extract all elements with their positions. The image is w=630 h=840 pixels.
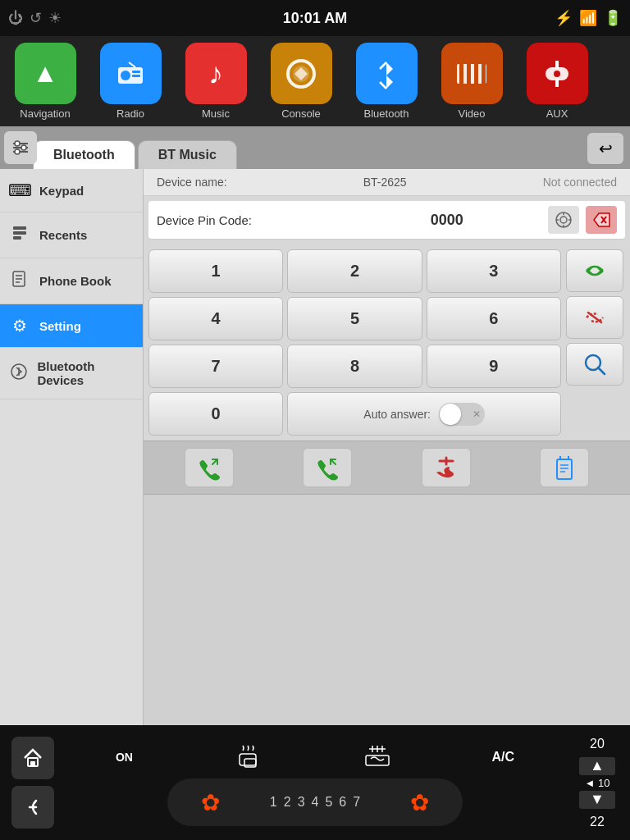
- usb-icon: ⚡: [555, 9, 573, 27]
- settings-toggle-btn[interactable]: [4, 131, 37, 164]
- pin-code-label: Device Pin Code:: [157, 213, 346, 227]
- key-4[interactable]: 4: [148, 297, 283, 340]
- tab-bluetooth[interactable]: Bluetooth: [33, 140, 135, 169]
- svg-rect-11: [474, 64, 478, 84]
- svg-point-16: [554, 71, 560, 77]
- call-action-bar: [144, 441, 630, 495]
- radio-icon: [100, 43, 162, 104]
- app-bluetooth[interactable]: Bluetooth: [345, 43, 427, 120]
- pin-backspace-btn[interactable]: [586, 206, 617, 234]
- on-icon: ON: [116, 751, 133, 764]
- volume-label: ◄ 10: [585, 777, 610, 789]
- keypad-label: Keypad: [39, 184, 84, 198]
- key-5[interactable]: 5: [287, 297, 422, 340]
- fan-speed-numbers: 1 2 3 4 5 6 7: [270, 795, 360, 810]
- device-name-value: BT-2625: [363, 176, 407, 189]
- toggle-off-icon: ✕: [472, 409, 481, 420]
- app-console[interactable]: Console: [260, 43, 342, 120]
- back-nav-button[interactable]: [11, 786, 54, 829]
- svg-point-21: [21, 145, 26, 150]
- battery-icon: 🔋: [604, 9, 622, 27]
- empty-content-area: [144, 495, 630, 725]
- app-radio[interactable]: Radio: [89, 43, 171, 120]
- sidebar-item-phonebook[interactable]: Phone Book: [0, 258, 143, 304]
- home-button[interactable]: [11, 737, 54, 779]
- key-9[interactable]: 9: [427, 345, 561, 388]
- device-info-bar: Device name: BT-2625 Not connected: [144, 169, 630, 196]
- pin-code-row: Device Pin Code: 0000: [148, 201, 625, 240]
- key-0[interactable]: 0: [148, 392, 283, 436]
- sidebar-item-setting[interactable]: ⚙ Setting: [0, 304, 143, 348]
- svg-rect-9: [459, 64, 463, 84]
- sidebar-item-recents[interactable]: Recents: [0, 212, 143, 258]
- music-label: Music: [202, 107, 230, 120]
- app-music[interactable]: ♪ Music: [175, 43, 257, 120]
- svg-point-20: [15, 141, 20, 146]
- volume-up-btn[interactable]: ▲: [579, 757, 615, 775]
- sidebar-item-keypad[interactable]: ⌨ Keypad: [0, 169, 143, 212]
- svg-point-22: [15, 149, 20, 154]
- keypad-icon: ⌨: [8, 180, 31, 200]
- key-7[interactable]: 7: [148, 345, 283, 388]
- sidebar-item-bluetooth-devices[interactable]: Bluetooth Devices: [0, 348, 143, 399]
- svg-rect-53: [30, 761, 35, 766]
- ac-button[interactable]: A/C: [492, 750, 515, 765]
- key-8[interactable]: 8: [287, 345, 422, 388]
- bottom-controls-top: ON: [66, 739, 564, 775]
- console-label: Console: [281, 107, 321, 120]
- app-aux[interactable]: AUX: [516, 43, 598, 120]
- app-video[interactable]: Video: [431, 43, 513, 120]
- refresh-icon: ↺: [30, 9, 42, 27]
- toggle-thumb: [440, 404, 461, 425]
- setting-label: Setting: [39, 319, 81, 333]
- power-icon: ⏻: [8, 10, 23, 27]
- bluetooth-label: Bluetooth: [364, 107, 409, 120]
- back-button[interactable]: ↩: [587, 133, 623, 164]
- key-3[interactable]: 3: [427, 249, 561, 293]
- svg-line-41: [598, 368, 605, 374]
- auto-answer-row: Auto answer: ✕: [287, 392, 561, 436]
- link-btn[interactable]: [566, 249, 623, 292]
- volume-down-btn[interactable]: ▼: [579, 791, 615, 809]
- radio-label: Radio: [116, 107, 144, 120]
- unlink-btn[interactable]: [566, 296, 623, 339]
- outgoing-call-btn[interactable]: [185, 448, 234, 487]
- console-icon: [271, 43, 332, 104]
- bt-devices-label: Bluetooth Devices: [37, 359, 135, 387]
- delete-btn[interactable]: [540, 448, 589, 487]
- svg-rect-14: [555, 61, 559, 69]
- svg-rect-25: [13, 236, 21, 240]
- pin-settings-btn[interactable]: [548, 206, 579, 234]
- status-time: 10:01 AM: [283, 10, 347, 27]
- key-6[interactable]: 6: [427, 297, 561, 340]
- device-name-label: Device name:: [157, 176, 227, 189]
- recents-label: Recents: [39, 228, 87, 242]
- main-area: Bluetooth BT Music ↩ ⌨ Keypad Recents: [0, 126, 630, 725]
- incoming-call-btn[interactable]: [303, 448, 352, 487]
- hangup-btn[interactable]: [422, 448, 471, 487]
- svg-line-4: [129, 62, 135, 67]
- ac-label: A/C: [492, 750, 515, 765]
- search-btn[interactable]: [566, 343, 623, 386]
- fan-speed-display: ✿ 1 2 3 4 5 6 7 ✿: [167, 778, 463, 826]
- aux-label: AUX: [546, 107, 568, 120]
- left-temp-display: 20: [590, 737, 605, 751]
- key-2[interactable]: 2: [287, 249, 422, 293]
- app-bar: ▲ Navigation Radio ♪ Music Consol: [0, 36, 630, 126]
- defrost-btn[interactable]: [363, 742, 392, 772]
- pin-code-value: 0000: [353, 212, 542, 229]
- key-1[interactable]: 1: [148, 249, 283, 293]
- auto-answer-toggle[interactable]: ✕: [439, 403, 485, 426]
- bt-devices-icon: [8, 363, 29, 385]
- on-button[interactable]: ON: [116, 751, 133, 764]
- bottom-bar: ON: [0, 725, 630, 840]
- setting-icon: ⚙: [8, 316, 31, 336]
- video-icon: [441, 43, 503, 104]
- fan-left-icon: ✿: [201, 789, 220, 816]
- app-navigation[interactable]: ▲ Navigation: [4, 43, 86, 120]
- keypad-grid: 1 2 3 4 5 6 7 8 9 0 Auto answer: ✕: [148, 249, 561, 436]
- auto-answer-label: Auto answer:: [363, 408, 431, 421]
- action-buttons: [566, 249, 625, 436]
- seat-heat-btn[interactable]: [233, 742, 262, 772]
- tab-bt-music[interactable]: BT Music: [138, 140, 237, 169]
